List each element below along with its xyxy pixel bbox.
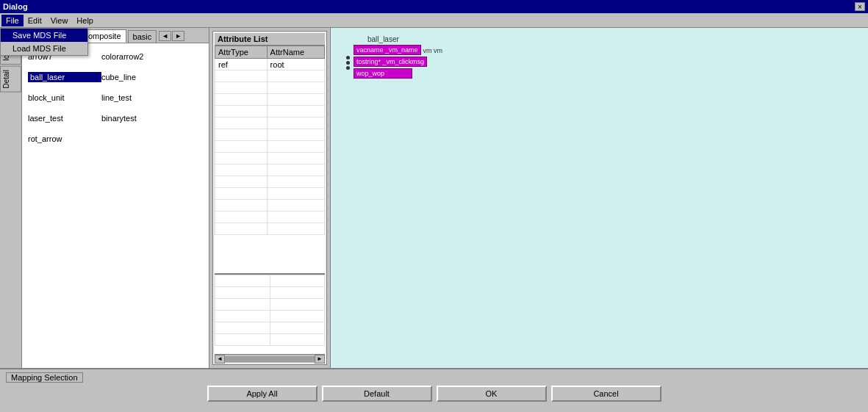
node-box-1: tostring* _vm_clickmsg — [354, 57, 427, 67]
item-name-laser-test: laser_test — [28, 114, 101, 123]
canvas-panel: ball_laser vacname _vm_name vm vm tostri… — [331, 28, 868, 368]
attr-bottom-table-inner — [215, 275, 325, 346]
node-out-0: vm vm — [423, 47, 443, 54]
item-list: arrow7 colorarrow2 ball_laser cube_line … — [22, 43, 209, 368]
col-attr-name: AttrName — [267, 46, 324, 59]
scroll-left-btn[interactable]: ◄ — [215, 355, 225, 364]
load-mds-file-item[interactable]: Load MDS File — [1, 42, 87, 55]
side-tab-panel: Icon Detail — [0, 43, 22, 368]
item-value-laser-test: binarytest — [101, 114, 137, 123]
apply-all-button[interactable]: Apply All — [207, 386, 318, 402]
title-bar: Dialog × — [0, 0, 868, 13]
help-menu[interactable]: Help — [72, 15, 98, 26]
node-title: ball_laser — [367, 35, 442, 43]
attribute-table: AttrType AttrName refroot — [215, 46, 325, 235]
item-value-ball-laser: cube_line — [101, 73, 136, 82]
node-row-1: tostring* _vm_clickmsg — [354, 57, 442, 68]
node-box-2: wop_wop — [354, 68, 412, 79]
attr-bottom-table — [215, 273, 325, 354]
edit-menu[interactable]: Edit — [24, 15, 46, 26]
attribute-list-panel: Attribute List AttrType AttrName refroot — [209, 28, 331, 368]
save-mds-file-item[interactable]: Save MDS File — [1, 29, 87, 42]
connector-dots — [345, 55, 351, 71]
dot — [346, 56, 350, 59]
list-item: rot_arrow — [25, 129, 206, 149]
list-item: laser_test binarytest — [25, 108, 206, 129]
tab-basic[interactable]: basic — [128, 30, 157, 43]
node-diagram: ball_laser vacname _vm_name vm vm tostri… — [345, 35, 442, 80]
dialog-title: Dialog — [3, 2, 28, 11]
attr-scroll-bar: ◄ ► — [215, 354, 325, 363]
dot — [346, 66, 350, 70]
node-connector: vacname _vm_name vm vm tostring* _vm_cli… — [345, 45, 442, 80]
bottom-bar: Mapping Selection Apply All Default OK C… — [0, 368, 868, 412]
attr-table-container: AttrType AttrName refroot — [215, 46, 325, 273]
dot — [346, 61, 350, 65]
tab-scroll-next[interactable]: ► — [172, 31, 184, 41]
item-name-ball-laser[interactable]: ball_laser — [28, 72, 101, 82]
list-item[interactable]: ball_laser cube_line — [25, 67, 206, 87]
item-name-rot-arrow: rot_arrow — [28, 134, 101, 143]
scroll-right-btn[interactable]: ► — [315, 355, 325, 364]
default-button[interactable]: Default — [322, 386, 432, 402]
list-item: block_unit line_test — [25, 87, 206, 108]
close-button[interactable]: × — [855, 2, 865, 11]
item-name-block-unit: block_unit — [28, 93, 101, 102]
view-menu[interactable]: View — [46, 15, 73, 26]
main-content: ubvm reference composite basic ◄ ► Icon … — [0, 28, 868, 368]
node-row-0: vacname _vm_name vm vm — [354, 45, 442, 56]
detail-tab[interactable]: Detail — [0, 66, 21, 93]
scroll-track[interactable] — [225, 356, 315, 362]
item-value-arrow7: colorarrow2 — [101, 52, 143, 61]
mapping-selection-title: Mapping Selection — [11, 373, 78, 382]
ok-button[interactable]: OK — [437, 386, 547, 402]
left-panel: ubvm reference composite basic ◄ ► Icon … — [0, 28, 209, 368]
attribute-list-title: Attribute List — [215, 33, 325, 46]
item-value-block-unit: line_test — [101, 93, 132, 102]
node-box-0: vacname _vm_name — [354, 45, 421, 55]
col-attr-type: AttrType — [215, 46, 268, 59]
file-menu[interactable]: File — [1, 15, 24, 26]
file-dropdown: Save MDS File Load MDS File — [0, 28, 88, 56]
bottom-buttons: Apply All Default OK Cancel — [6, 386, 862, 402]
menu-bar: Save MDS File Load MDS File File Edit Vi… — [0, 13, 868, 28]
node-row-2: wop_wop — [354, 68, 442, 79]
cancel-button[interactable]: Cancel — [551, 386, 661, 402]
tab-scroll-prev[interactable]: ◄ — [159, 31, 171, 41]
